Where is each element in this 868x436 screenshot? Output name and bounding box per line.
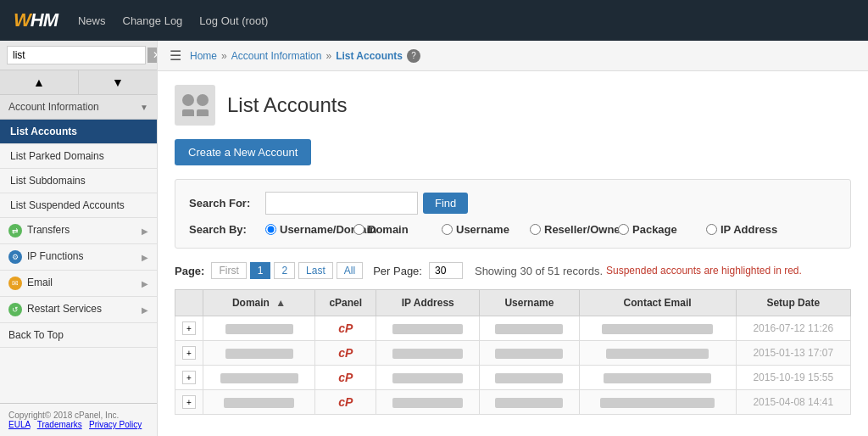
sidebar-footer: Copyright© 2018 cPanel, Inc. EULA Tradem… [0,403,157,436]
row-email-2: cath@armentns.com.au [579,366,736,390]
sidebar-search-clear-button[interactable]: ✕ [147,48,158,63]
sidebar-item-list-suspended-accounts[interactable]: List Suspended Accounts [0,193,157,218]
row-ip-1: 119.11.256.219 [376,341,480,366]
row-date-1: 2015-01-13 17:07 [736,341,850,366]
cpanel-logo-0[interactable]: cP [338,321,353,335]
expand-btn-1[interactable]: + [182,346,196,360]
row-username-3: asterds [480,390,580,415]
sidebar-nav-arrows: ▲ ▼ [0,70,157,95]
table-body: + group.com.sg cP 119.11.256.219 sngmv j… [175,316,851,415]
radio-package[interactable]: Package [618,223,694,236]
row-username-2: rrrmb9 [480,366,580,390]
sidebar-item-list-parked-domains[interactable]: List Parked Domains [0,144,157,169]
restart-icon: ↺ [8,303,22,316]
back-to-top-label: Back To Top [8,329,64,341]
ip-functions-icon: ⚙ [8,250,22,264]
sidebar-section-label: Account Information [8,101,99,113]
top-navigation: WHM News Change Log Log Out (root) [0,0,868,41]
row-expand-1[interactable]: + [175,341,203,366]
row-email-0: jeffrey.er@group.com.sg [579,316,736,341]
breadcrumb: ☰ Home » Account Information » List Acco… [158,41,868,71]
search-input[interactable] [265,192,418,215]
page-all-button[interactable]: All [337,262,363,279]
privacy-link[interactable]: Privacy Policy [89,420,142,429]
per-page-input[interactable] [429,262,463,279]
expand-btn-2[interactable]: + [182,371,196,384]
breadcrumb-current: List Accounts [336,50,403,62]
expand-btn-3[interactable]: + [182,395,196,409]
row-domain-2: arrrrrmentns.com [203,366,315,390]
row-username-0: sngmv [480,316,580,341]
breadcrumb-sep-2: » [326,50,331,62]
create-account-button[interactable]: Create a New Account [175,139,311,165]
row-domain-0: group.com.sg [203,316,315,341]
row-cpanel-3[interactable]: cP [315,390,376,415]
breadcrumb-section-link[interactable]: Account Information [231,50,322,62]
radio-reseller-owner[interactable]: Reseller/Owner [530,223,606,236]
radio-ip-address[interactable]: IP Address [706,223,782,236]
find-button[interactable]: Find [423,193,468,214]
sidebar-nav-down-button[interactable]: ▼ [79,70,157,94]
sidebar-search-bar: ✕ [0,41,157,70]
whm-logo: WHM [14,9,58,31]
page-header: List Accounts [175,85,851,126]
row-expand-3[interactable]: + [175,390,203,415]
page-header-icon [175,85,215,126]
nav-logout-link[interactable]: Log Out (root) [199,14,268,27]
row-ip-3: 119.11.256.219 [376,390,480,415]
help-icon[interactable]: ? [407,49,420,63]
transfers-arrow-icon: ▶ [142,226,148,236]
search-for-label: Search For: [189,197,265,210]
email-icon: ✉ [8,277,22,290]
row-email-3: changold@glasment.com [579,390,736,415]
nav-news-link[interactable]: News [78,14,106,27]
col-domain[interactable]: Domain ▲ [203,290,315,316]
radio-domain[interactable]: Domain [353,223,430,236]
breadcrumb-home-link[interactable]: Home [190,50,217,62]
records-info: Showing 30 of 51 records. [475,265,603,277]
main-content: ☰ Home » Account Information » List Acco… [158,41,868,436]
sidebar-nav-up-button[interactable]: ▲ [0,70,79,94]
sidebar-item-transfers[interactable]: ⇄Transfers ▶ [0,218,157,244]
col-email: Contact Email [579,290,736,316]
page-2-button[interactable]: 2 [274,262,295,279]
nav-changelog-link[interactable]: Change Log [123,14,183,27]
cpanel-logo-1[interactable]: cP [338,346,353,360]
table-row: + arrrrrmentns.com cP 119.11.256.219 rrr… [175,366,851,390]
row-expand-0[interactable]: + [175,316,203,341]
row-cpanel-1[interactable]: cP [315,341,376,366]
copyright-text: Copyright© 2018 cPanel, Inc. [8,411,148,420]
search-radio-options: Username/Domain Domain Username Res [265,223,782,236]
back-to-top-button[interactable]: Back To Top [0,323,157,348]
accounts-table: Domain ▲ cPanel IP Address Username Cont… [175,289,851,415]
eula-link[interactable]: EULA [8,420,31,429]
menu-icon[interactable]: ☰ [170,48,181,64]
radio-username[interactable]: Username [442,223,518,236]
row-cpanel-0[interactable]: cP [315,316,376,341]
expand-btn-0[interactable]: + [182,321,196,335]
sidebar: ✕ ▲ ▼ Account Information ▼ List Account… [0,41,158,436]
cpanel-logo-2[interactable]: cP [338,371,353,384]
col-expand [175,290,203,316]
page-last-button[interactable]: Last [298,262,333,279]
row-cpanel-2[interactable]: cP [315,366,376,390]
sidebar-item-email[interactable]: ✉Email ▶ [0,271,157,297]
table-header: Domain ▲ cPanel IP Address Username Cont… [175,290,851,316]
page-first-button[interactable]: First [211,262,246,279]
sidebar-item-ip-functions[interactable]: ⚙IP Functions ▶ [0,244,157,271]
page-content-area: List Accounts Create a New Account Searc… [158,71,868,428]
sidebar-item-list-accounts[interactable]: List Accounts [0,120,157,144]
table-row: + asterisk.com.sg cP 119.11.256.219 aste… [175,390,851,415]
row-email-1: paul@dprparts.com.sg [579,341,736,366]
radio-username-domain[interactable]: Username/Domain [265,223,342,236]
trademarks-link[interactable]: Trademarks [37,420,82,429]
domain-sort-icon: ▲ [275,297,286,309]
sidebar-item-list-subdomains[interactable]: List Subdomains [0,169,157,193]
search-by-row: Search By: Username/Domain Domain Use [189,223,837,236]
sidebar-section-account-info[interactable]: Account Information ▼ [0,95,157,120]
sidebar-item-restart-services[interactable]: ↺Restart Services ▶ [0,297,157,323]
row-expand-2[interactable]: + [175,366,203,390]
cpanel-logo-3[interactable]: cP [338,395,353,409]
page-1-button[interactable]: 1 [250,262,271,279]
sidebar-search-input[interactable] [7,46,146,64]
